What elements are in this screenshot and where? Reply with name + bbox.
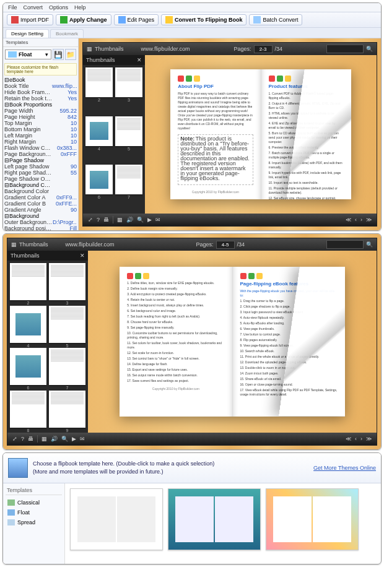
prop-row[interactable]: Page Shadow Opacity [4, 176, 77, 182]
print-icon[interactable]: 🖶 [28, 436, 33, 442]
page-input[interactable] [216, 241, 235, 249]
print-icon[interactable]: 🖶 [103, 217, 109, 223]
next-icon[interactable]: › [360, 217, 362, 223]
thumbnail[interactable] [85, 116, 113, 146]
help-icon[interactable]: ? [97, 217, 100, 223]
prop-row[interactable]: Page Width595.22 [4, 108, 77, 114]
thumbnail[interactable] [85, 67, 113, 97]
share-icon[interactable]: ✉ [80, 436, 85, 442]
thumbs-head-label: Thumbnails [11, 253, 40, 259]
prop-row[interactable]: ⊟eBook [4, 77, 77, 83]
menu-help[interactable]: Help [74, 4, 86, 11]
thumbnail[interactable] [10, 348, 46, 385]
prop-row[interactable]: Book Titlewww.flip... [4, 83, 77, 89]
autoflip-icon[interactable]: ▶ [147, 217, 152, 223]
sound-icon[interactable]: 🔊 [51, 436, 58, 442]
close-thumbs-icon[interactable]: ✕ [80, 253, 85, 259]
import-pdf-button[interactable]: Import PDF [7, 14, 53, 25]
prop-row[interactable]: ⊟Page Shadow [4, 157, 77, 163]
thumbnail[interactable] [10, 391, 46, 428]
prop-row[interactable]: Background Color [4, 188, 77, 194]
thumbnails-toggle[interactable]: ▦ [11, 241, 17, 248]
prop-row[interactable]: Right page Shadow55 [4, 170, 77, 176]
template-card[interactable] [70, 488, 163, 550]
prop-row[interactable]: ⊟Book Proportions [4, 102, 77, 108]
template-item-label: Float [17, 509, 30, 516]
fullscreen-icon[interactable]: ⤢ [12, 436, 17, 442]
search-icon[interactable]: 🔍 [366, 46, 373, 52]
close-thumbs-icon[interactable]: ✕ [137, 57, 142, 63]
prop-row[interactable]: Flash Window Color0x383... [4, 145, 77, 151]
fullscreen-icon[interactable]: ⤢ [88, 217, 93, 223]
zoom-icon[interactable]: 🔍 [61, 436, 68, 442]
search-icon[interactable]: 🔍 [366, 241, 373, 248]
thumbnail[interactable] [49, 306, 85, 343]
thumbnail[interactable] [49, 391, 85, 428]
thumbnail[interactable] [85, 165, 113, 194]
thumbnail[interactable] [115, 165, 142, 194]
get-themes-link[interactable]: Get More Themes Online [313, 465, 376, 471]
template-item-classical[interactable]: Classical [6, 498, 62, 508]
first-icon[interactable]: ≪ [346, 436, 351, 442]
prop-row[interactable]: Right Margin10 [4, 139, 77, 145]
prop-row[interactable]: Page Background Color0xFFF [4, 151, 77, 157]
thumbnail[interactable] [49, 348, 85, 385]
prop-row[interactable]: Gradient Color B0xFFE... [4, 201, 77, 207]
prop-row[interactable]: Left Margin10 [4, 132, 77, 139]
prop-row[interactable]: Top Margin10 [4, 120, 77, 126]
last-icon[interactable]: ≫ [366, 217, 372, 223]
thumbnail[interactable] [10, 263, 46, 300]
prop-row[interactable]: Hide Book Frame BarYes [4, 89, 77, 95]
next-icon[interactable]: › [360, 436, 362, 442]
batch-convert-button[interactable]: Batch Convert [249, 14, 302, 25]
template-card[interactable] [266, 488, 359, 550]
book-2[interactable]: 1. Define titles, icon, window size for … [120, 267, 344, 416]
sound-icon[interactable]: 🔊 [126, 217, 133, 223]
page-input[interactable] [254, 45, 273, 53]
folder-icon: 📁 [66, 51, 75, 59]
thumbs-icon[interactable]: ▦ [117, 217, 123, 223]
prop-row[interactable]: Outer Background FileD:\Progr... [4, 219, 77, 225]
prop-row[interactable]: ⊟Background Config [4, 182, 77, 188]
template-item-spread[interactable]: Spread [6, 517, 62, 527]
menu-options[interactable]: Options [49, 4, 68, 11]
help-icon[interactable]: ? [21, 436, 24, 442]
last-icon[interactable]: ≫ [366, 436, 372, 442]
search-input[interactable] [326, 240, 364, 249]
prev-icon[interactable]: ‹ [355, 217, 357, 223]
menu-file[interactable]: File [8, 4, 17, 11]
template-select[interactable]: Float▾ [5, 50, 51, 59]
prop-row[interactable]: Page Height842 [4, 114, 77, 120]
tab-design[interactable]: Design Setting [6, 29, 49, 38]
thumbnail[interactable] [115, 67, 142, 97]
save-template-button[interactable]: 💾 [53, 49, 64, 60]
convert-book-button[interactable]: Convert To Flipping Book [161, 14, 247, 25]
open-template-button[interactable]: 📁 [65, 49, 76, 60]
prop-row[interactable]: Retain the book to centerYes [4, 95, 77, 102]
template-card[interactable] [168, 488, 261, 550]
zoom-icon[interactable]: 🔍 [137, 217, 144, 223]
prop-row[interactable]: Bottom Margin10 [4, 126, 77, 132]
share-icon[interactable]: ✉ [155, 217, 160, 223]
menu-convert[interactable]: Convert [24, 4, 43, 11]
edit-pages-button[interactable]: Edit Pages [114, 14, 159, 25]
prop-row[interactable]: Gradient Angle90 [4, 207, 77, 213]
template-item-float[interactable]: Float [6, 508, 62, 517]
prop-row[interactable]: ⊟Background [4, 213, 77, 219]
autoflip-icon[interactable]: ▶ [72, 436, 76, 442]
apply-change-button[interactable]: Apply Change [56, 14, 111, 25]
thumbnails-toggle[interactable]: ▦ [87, 46, 92, 52]
tab-bookmark[interactable]: Bookmark [50, 29, 84, 38]
thumbnail[interactable] [10, 306, 46, 343]
thumbs-icon[interactable]: ▦ [41, 436, 47, 442]
book[interactable]: About Flip PDF Flip PDF is your easy way… [170, 69, 351, 199]
first-icon[interactable]: ≪ [346, 217, 351, 223]
thumbnail[interactable] [115, 116, 142, 146]
prop-row[interactable]: Left page Shadow90 [4, 163, 77, 170]
prop-row[interactable]: Background positionFill [4, 225, 77, 230]
search-input[interactable] [326, 45, 364, 53]
property-grid[interactable]: ⊟eBookBook Titlewww.flip...Hide Book Fra… [3, 77, 78, 230]
prop-row[interactable]: Gradient Color A0xFF9... [4, 194, 77, 201]
prev-icon[interactable]: ‹ [355, 436, 357, 442]
thumbnail[interactable] [49, 263, 85, 300]
